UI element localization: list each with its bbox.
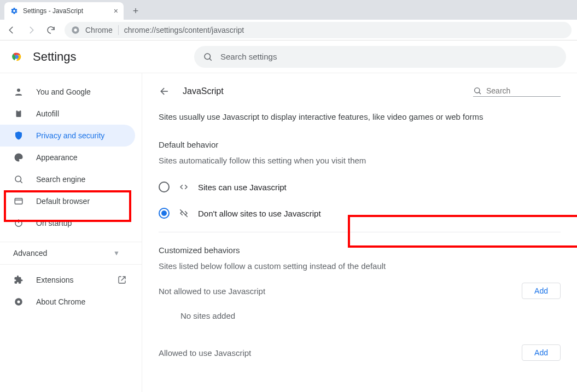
tab-title: Settings - JavaScript (23, 7, 83, 15)
chrome-badge-icon (71, 26, 80, 34)
not-allowed-label: Not allowed to use Javascript (159, 286, 265, 296)
add-allow-button[interactable]: Add (522, 344, 561, 361)
sidebar-item-label: Default browser (36, 197, 90, 206)
browser-icon (13, 196, 24, 207)
svg-point-5 (205, 54, 211, 60)
sidebar: You and Google Autofill Privacy and secu… (0, 73, 142, 392)
gear-icon (10, 7, 19, 15)
settings-header: Settings Search settings (0, 40, 577, 73)
sidebar-item-you-and-google[interactable]: You and Google (0, 81, 135, 103)
sidebar-item-label: On startup (36, 219, 72, 227)
sidebar-item-default-browser[interactable]: Default browser (0, 190, 135, 212)
new-tab-button[interactable]: + (128, 3, 143, 19)
sidebar-item-about[interactable]: About Chrome (0, 291, 135, 313)
omnibox-separator (118, 25, 119, 35)
custom-behavior-heading: Customized behaviors (159, 245, 561, 255)
sidebar-item-label: Extensions (36, 276, 73, 284)
default-behavior-heading: Default behavior (159, 140, 561, 149)
forward-button[interactable] (25, 24, 37, 36)
page-title: Settings (33, 50, 77, 64)
palette-icon (13, 152, 24, 163)
back-button[interactable] (5, 24, 18, 36)
svg-rect-10 (15, 198, 22, 204)
content-search[interactable] (473, 86, 561, 97)
sidebar-item-label: Appearance (36, 153, 78, 162)
search-icon (13, 174, 24, 185)
search-icon (203, 52, 213, 62)
url-text: chrome://settings/content/javascript (124, 26, 244, 34)
radio-icon (159, 208, 170, 219)
sidebar-advanced[interactable]: Advanced ▼ (0, 242, 142, 265)
description-text: Sites usually use Javascript to display … (159, 110, 561, 124)
sidebar-item-autofill[interactable]: Autofill (0, 103, 135, 125)
sidebar-item-on-startup[interactable]: On startup (0, 212, 135, 234)
radio-block-js[interactable]: Don't allow sites to use Javascript (159, 200, 561, 226)
person-icon (13, 86, 24, 97)
sidebar-item-appearance[interactable]: Appearance (0, 147, 135, 168)
custom-behavior-sub: Sites listed below follow a custom setti… (159, 261, 561, 271)
browser-tab[interactable]: Settings - JavaScript × (4, 2, 124, 20)
chrome-icon (13, 296, 24, 307)
svg-rect-8 (18, 110, 20, 112)
svg-point-6 (17, 89, 20, 92)
radio-icon (159, 182, 170, 192)
chevron-down-icon: ▼ (113, 249, 120, 257)
search-placeholder: Search settings (220, 52, 277, 61)
radio-allow-js[interactable]: Sites can use Javascript (159, 174, 561, 200)
add-block-button[interactable]: Add (522, 283, 561, 299)
allowed-label: Allowed to use Javascript (159, 348, 251, 358)
sidebar-item-privacy-security[interactable]: Privacy and security (0, 125, 135, 147)
sidebar-item-label: Search engine (36, 175, 85, 184)
default-behavior-sub: Sites automatically follow this setting … (159, 156, 561, 165)
close-icon[interactable]: × (114, 7, 118, 15)
svg-rect-7 (16, 110, 21, 117)
chrome-logo-icon (11, 51, 23, 63)
empty-state: No sites added (159, 299, 561, 332)
external-link-icon (116, 274, 127, 285)
code-icon (178, 182, 189, 192)
puzzle-icon (13, 274, 24, 285)
sidebar-item-search-engine[interactable]: Search engine (0, 168, 135, 190)
content-pane: JavaScript Sites usually use Javascript … (142, 73, 577, 392)
browser-toolbar: Chrome chrome://settings/content/javascr… (0, 20, 577, 40)
search-icon (473, 86, 482, 95)
svg-point-13 (475, 87, 480, 92)
sidebar-item-label: Privacy and security (36, 131, 104, 140)
not-allowed-list-header: Not allowed to use Javascript Add (159, 283, 561, 299)
sidebar-item-label: You and Google (36, 87, 91, 96)
back-arrow-button[interactable] (159, 85, 171, 97)
reload-button[interactable] (45, 24, 57, 36)
code-disabled-icon (178, 208, 189, 219)
browser-tab-bar: Settings - JavaScript × + (0, 0, 577, 20)
svg-point-1 (74, 28, 77, 31)
power-icon (13, 218, 24, 229)
advanced-label: Advanced (13, 249, 47, 258)
svg-point-12 (17, 300, 20, 303)
svg-point-9 (15, 176, 21, 182)
divider (159, 232, 561, 232)
content-title: JavaScript (183, 86, 224, 96)
radio-label: Don't allow sites to use Javascript (198, 209, 321, 218)
settings-body: You and Google Autofill Privacy and secu… (0, 73, 577, 392)
allowed-list-header: Allowed to use Javascript Add (159, 344, 561, 361)
sidebar-item-label: About Chrome (36, 297, 85, 306)
settings-search[interactable]: Search settings (194, 46, 566, 68)
address-bar[interactable]: Chrome chrome://settings/content/javascr… (65, 22, 572, 38)
sidebar-item-extensions[interactable]: Extensions (0, 269, 135, 291)
sidebar-item-label: Autofill (36, 109, 59, 118)
shield-icon (13, 130, 24, 141)
content-search-input[interactable] (486, 86, 552, 95)
url-scheme: Chrome (85, 26, 113, 34)
clipboard-icon (13, 108, 24, 119)
radio-label: Sites can use Javascript (198, 183, 287, 192)
